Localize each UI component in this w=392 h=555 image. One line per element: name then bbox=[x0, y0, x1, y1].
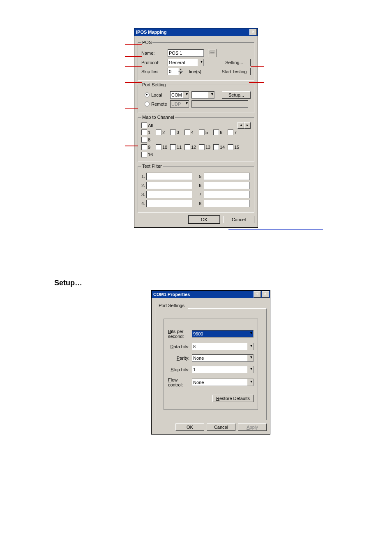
ch-label: 4 bbox=[191, 130, 194, 135]
keyboard-button[interactable] bbox=[208, 49, 217, 57]
ch-checkbox[interactable] bbox=[228, 144, 233, 150]
ok-button[interactable]: OK bbox=[175, 423, 204, 431]
scroll-left-icon[interactable]: ◂ bbox=[238, 122, 244, 129]
callout-line bbox=[125, 82, 142, 83]
ch-label: 14 bbox=[220, 145, 225, 150]
local-radio[interactable] bbox=[145, 92, 150, 97]
setting-button[interactable]: Setting... bbox=[218, 59, 251, 66]
chevron-down-icon[interactable]: ▼ bbox=[178, 72, 183, 75]
ch-checkbox[interactable] bbox=[184, 130, 190, 135]
ch-label: 12 bbox=[191, 145, 196, 150]
callout-line bbox=[125, 44, 142, 45]
ch-label: 9 bbox=[148, 145, 150, 150]
filter-num: 2. bbox=[141, 183, 146, 188]
cancel-button[interactable]: Cancel bbox=[207, 423, 235, 431]
filter-input-3[interactable] bbox=[146, 191, 192, 198]
close-icon[interactable]: × bbox=[262, 291, 269, 298]
setup-button[interactable]: Setup... bbox=[222, 91, 251, 99]
ch-checkbox[interactable] bbox=[141, 144, 147, 150]
ch-checkbox[interactable] bbox=[156, 130, 161, 135]
section-heading: Setup… bbox=[54, 279, 82, 287]
port-setting-legend: Port Setting bbox=[141, 82, 166, 87]
ch-checkbox[interactable] bbox=[199, 144, 205, 150]
pos-group: POS Name: Protocol: Setting... Skip firs… bbox=[138, 40, 254, 81]
filter-num: 4. bbox=[141, 201, 146, 206]
text-filter-legend: Text Filter bbox=[141, 164, 163, 169]
ch-checkbox[interactable] bbox=[199, 130, 205, 135]
ch-checkbox[interactable] bbox=[170, 144, 176, 150]
ch-checkbox[interactable] bbox=[156, 144, 161, 150]
local-port-select[interactable] bbox=[191, 91, 214, 99]
callout-line bbox=[125, 146, 138, 146]
all-checkbox[interactable] bbox=[141, 123, 147, 128]
filter-input-6[interactable] bbox=[204, 182, 250, 189]
cancel-button[interactable]: Cancel bbox=[223, 216, 254, 223]
stop-bits-label: Stop bits: bbox=[171, 367, 189, 372]
remote-proto-select bbox=[170, 100, 189, 108]
name-label: Name: bbox=[141, 51, 168, 56]
filter-input-5[interactable] bbox=[204, 173, 250, 180]
channel-row-1: 1 2 3 4 5 6 7 8 bbox=[141, 129, 251, 143]
flow-control-label: Flow control: bbox=[168, 377, 189, 387]
bits-select[interactable] bbox=[192, 330, 254, 338]
ch-checkbox[interactable] bbox=[228, 130, 233, 135]
separator-rule bbox=[228, 229, 323, 230]
skip-value[interactable] bbox=[168, 68, 178, 75]
filter-num: 7. bbox=[199, 192, 204, 197]
ch-checkbox[interactable] bbox=[213, 144, 219, 150]
close-icon[interactable]: × bbox=[249, 29, 257, 35]
ch-label: 10 bbox=[162, 145, 167, 150]
ch-checkbox[interactable] bbox=[141, 130, 147, 135]
ch-label: 3 bbox=[177, 130, 179, 135]
remote-radio[interactable] bbox=[145, 102, 150, 106]
map-channel-legend: Map to Channel bbox=[141, 115, 175, 120]
ch-label: 2 bbox=[162, 130, 165, 135]
port-setting-group: Port Setting Local Setup... Remote bbox=[138, 82, 254, 113]
protocol-select[interactable] bbox=[168, 59, 204, 66]
remote-address-input bbox=[191, 100, 248, 108]
skip-spinner[interactable]: ▲▼ bbox=[168, 68, 183, 75]
ch-label: 7 bbox=[234, 130, 237, 135]
skip-label: Skip first bbox=[141, 69, 168, 74]
name-input[interactable] bbox=[168, 49, 204, 57]
ch-label: 5 bbox=[205, 130, 208, 135]
filter-input-2[interactable] bbox=[146, 182, 192, 189]
ch-checkbox[interactable] bbox=[213, 130, 219, 135]
filter-input-8[interactable] bbox=[204, 200, 250, 207]
filter-input-4[interactable] bbox=[146, 200, 192, 207]
chevron-up-icon[interactable]: ▲ bbox=[178, 68, 183, 72]
parity-label: Parity: bbox=[177, 356, 189, 361]
ch-label: 6 bbox=[220, 130, 222, 135]
window-title: iPOS Mapping bbox=[136, 30, 167, 35]
ch-checkbox[interactable] bbox=[184, 144, 190, 150]
pos-legend: POS bbox=[141, 40, 152, 45]
ch-label: 8 bbox=[148, 137, 150, 142]
ch-checkbox[interactable] bbox=[170, 130, 176, 135]
filter-num: 3. bbox=[141, 192, 146, 197]
ch-checkbox[interactable] bbox=[141, 137, 147, 143]
ok-button[interactable]: OK bbox=[189, 216, 220, 223]
parity-select[interactable] bbox=[192, 354, 254, 362]
flow-control-select[interactable] bbox=[192, 379, 254, 386]
filter-num: 6. bbox=[199, 183, 204, 188]
ch-checkbox[interactable] bbox=[141, 152, 147, 157]
channel-scroll[interactable]: ◂▸ bbox=[238, 122, 251, 129]
filter-input-7[interactable] bbox=[204, 191, 250, 198]
data-bits-label: Data bits: bbox=[171, 344, 189, 349]
ch-label: 16 bbox=[148, 152, 153, 157]
scroll-right-icon[interactable]: ▸ bbox=[244, 122, 251, 129]
ch-label: 15 bbox=[234, 145, 239, 150]
text-filter-group: Text Filter 1. 2. 3. 4. 5. 6. 7. 8. bbox=[138, 164, 254, 213]
window-title: COM1 Properties bbox=[153, 292, 190, 297]
filter-input-1[interactable] bbox=[146, 173, 192, 180]
bits-label: BBits per second:its per second: bbox=[168, 329, 189, 339]
restore-defaults-button[interactable]: RRestore Defaultsestore Defaults bbox=[212, 395, 254, 402]
help-icon[interactable]: ? bbox=[254, 291, 261, 298]
local-proto-select[interactable] bbox=[170, 91, 189, 99]
start-testing-button[interactable]: Start Testing bbox=[218, 68, 251, 75]
data-bits-select[interactable] bbox=[192, 343, 254, 350]
tab-port-settings[interactable]: Port Settings bbox=[155, 302, 188, 309]
stop-bits-select[interactable] bbox=[192, 366, 254, 373]
filter-num: 5. bbox=[199, 174, 204, 179]
filter-num: 8. bbox=[199, 201, 204, 206]
